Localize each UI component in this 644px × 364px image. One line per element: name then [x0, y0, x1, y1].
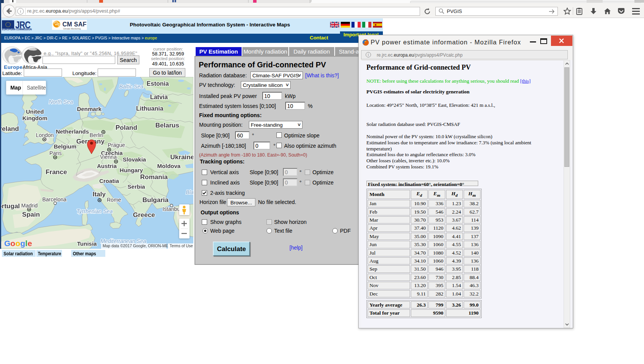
- svg-text:Estonia: Estonia: [147, 80, 169, 87]
- svg-text:Vienna: Vienna: [100, 154, 117, 160]
- svg-text:e: e: [28, 239, 32, 248]
- svg-text:Satellite: Satellite: [27, 85, 46, 91]
- svg-text:Latvia: Latvia: [150, 94, 168, 100]
- svg-text:Serbia: Serbia: [127, 183, 145, 190]
- svg-text:Berlin: Berlin: [90, 132, 103, 138]
- svg-text:Paris: Paris: [49, 150, 62, 156]
- svg-text:Prague: Prague: [108, 142, 125, 148]
- svg-text:North Sea: North Sea: [49, 99, 73, 105]
- svg-text:Kingdom: Kingdom: [23, 115, 47, 121]
- svg-text:London: London: [36, 132, 54, 138]
- svg-text:Austria: Austria: [97, 163, 117, 169]
- svg-text:o: o: [15, 239, 20, 248]
- svg-text:Netherlands: Netherlands: [56, 128, 89, 135]
- svg-text:Greece: Greece: [133, 211, 155, 219]
- svg-text:United: United: [26, 108, 44, 115]
- svg-text:Barcelona: Barcelona: [42, 196, 66, 202]
- svg-text:Slovakia: Slovakia: [123, 156, 147, 163]
- svg-text:Belgium: Belgium: [54, 143, 76, 150]
- svg-text:Istanbul: Istanbul: [162, 206, 181, 212]
- svg-text:Rome: Rome: [107, 197, 121, 203]
- svg-text:Denmark: Denmark: [77, 106, 102, 112]
- svg-text:Belarus: Belarus: [155, 122, 179, 129]
- svg-text:Lithuania: Lithuania: [136, 105, 163, 112]
- svg-text:G: G: [4, 239, 10, 248]
- svg-text:Romania: Romania: [140, 173, 168, 181]
- svg-text:Spain: Spain: [22, 211, 40, 218]
- svg-text:Map: Map: [10, 85, 21, 91]
- svg-text:Baltic Sea: Baltic Sea: [119, 83, 143, 90]
- svg-text:l: l: [25, 239, 28, 248]
- svg-text:Bulgaria: Bulgaria: [142, 196, 169, 204]
- svg-text:Hungary: Hungary: [120, 167, 144, 173]
- svg-text:France: France: [46, 168, 67, 176]
- svg-text:ortugal: ortugal: [1, 202, 20, 210]
- svg-text:Madrid: Madrid: [21, 202, 38, 209]
- svg-text:Terms of Use: Terms of Use: [170, 243, 193, 248]
- svg-text:Poland: Poland: [116, 124, 137, 131]
- svg-text:Map data ©2017 Google, ORION-M: Map data ©2017 Google, ORION-ME: [103, 243, 168, 248]
- svg-text:reland: reland: [1, 125, 19, 132]
- svg-text:Croatia: Croatia: [99, 178, 119, 184]
- svg-text:g: g: [20, 239, 25, 248]
- svg-text:Tunisia: Tunisia: [77, 240, 97, 247]
- svg-text:Blac: Blac: [186, 189, 193, 195]
- svg-text:Tyrrhenian Sea: Tyrrhenian Sea: [77, 208, 113, 214]
- svg-text:Moldova: Moldova: [157, 163, 181, 169]
- svg-text:o: o: [10, 239, 15, 248]
- svg-text:Ukraine: Ukraine: [170, 153, 193, 161]
- svg-text:Italy: Italy: [93, 191, 106, 198]
